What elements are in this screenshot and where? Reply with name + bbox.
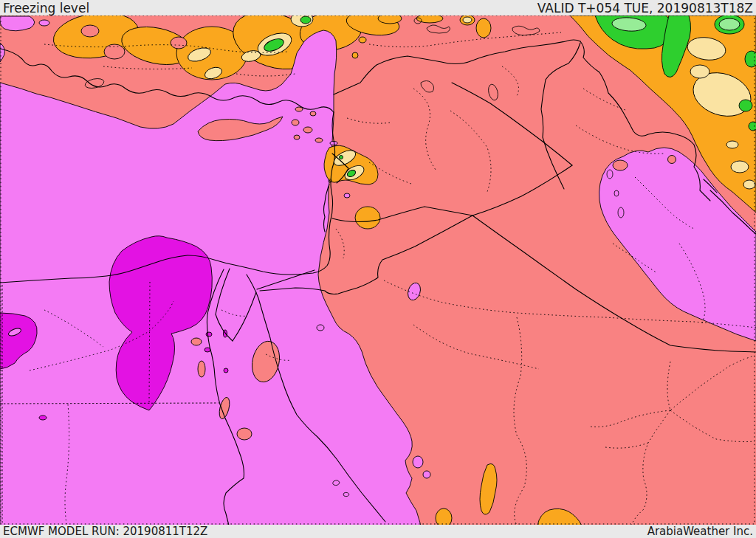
valid-time-label: VALID T+054 TUE, 20190813T18Z	[537, 1, 753, 15]
brand-label: ArabiaWeather Inc.	[647, 525, 753, 538]
page-title: Freezing level	[3, 1, 89, 15]
contour-violet-aegean	[0, 16, 35, 31]
weather-map-window: Freezing level VALID T+054 TUE, 20190813…	[0, 0, 756, 538]
footer-bar: ECMWF MODEL RUN: 20190811T12Z ArabiaWeat…	[0, 525, 756, 538]
header-bar: Freezing level VALID T+054 TUE, 20190813…	[0, 0, 756, 15]
model-run-label: ECMWF MODEL RUN: 20190811T12Z	[3, 525, 207, 538]
freezing-level-map	[0, 0, 756, 538]
